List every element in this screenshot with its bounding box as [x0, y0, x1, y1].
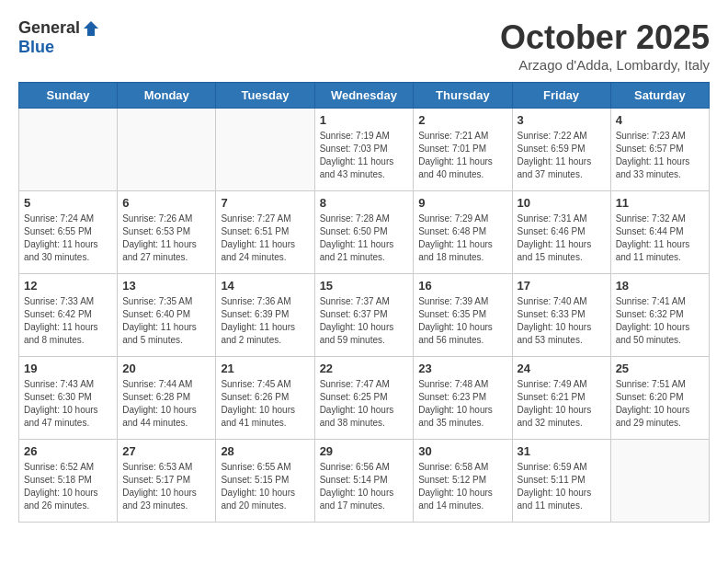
day-number: 7	[221, 196, 309, 210]
calendar-cell: 10Sunrise: 7:31 AM Sunset: 6:46 PM Dayli…	[512, 191, 610, 274]
day-number: 5	[24, 196, 112, 210]
location-subtitle: Arzago d'Adda, Lombardy, Italy	[500, 57, 710, 73]
week-row-3: 12Sunrise: 7:33 AM Sunset: 6:42 PM Dayli…	[19, 274, 710, 357]
day-number: 1	[320, 113, 409, 127]
day-info: Sunrise: 7:35 AM Sunset: 6:40 PM Dayligh…	[122, 295, 210, 347]
calendar-cell: 28Sunrise: 6:55 AM Sunset: 5:15 PM Dayli…	[216, 440, 314, 523]
calendar-cell: 4Sunrise: 7:23 AM Sunset: 6:57 PM Daylig…	[610, 109, 709, 191]
day-info: Sunrise: 7:27 AM Sunset: 6:51 PM Dayligh…	[221, 213, 309, 264]
calendar-cell	[19, 109, 118, 191]
calendar-cell	[216, 109, 314, 191]
day-info: Sunrise: 6:59 AM Sunset: 5:11 PM Dayligh…	[518, 461, 606, 512]
calendar-cell: 12Sunrise: 7:33 AM Sunset: 6:42 PM Dayli…	[19, 274, 118, 357]
day-number: 9	[418, 196, 506, 210]
day-info: Sunrise: 7:40 AM Sunset: 6:33 PM Dayligh…	[518, 295, 606, 347]
week-row-4: 19Sunrise: 7:43 AM Sunset: 6:30 PM Dayli…	[19, 357, 710, 440]
day-number: 17	[518, 279, 606, 293]
day-info: Sunrise: 7:36 AM Sunset: 6:39 PM Dayligh…	[221, 295, 309, 347]
calendar-cell: 16Sunrise: 7:39 AM Sunset: 6:35 PM Dayli…	[414, 274, 512, 357]
calendar-cell: 24Sunrise: 7:49 AM Sunset: 6:21 PM Dayli…	[512, 357, 610, 440]
day-info: Sunrise: 7:41 AM Sunset: 6:32 PM Dayligh…	[616, 295, 704, 347]
day-number: 22	[320, 362, 409, 375]
week-row-5: 26Sunrise: 6:52 AM Sunset: 5:18 PM Dayli…	[19, 440, 710, 523]
day-info: Sunrise: 7:29 AM Sunset: 6:48 PM Dayligh…	[418, 213, 506, 264]
month-title: October 2025	[500, 18, 710, 57]
day-number: 31	[518, 444, 606, 458]
svg-marker-0	[84, 21, 98, 36]
week-row-2: 5Sunrise: 7:24 AM Sunset: 6:55 PM Daylig…	[19, 191, 710, 274]
calendar-cell: 6Sunrise: 7:26 AM Sunset: 6:53 PM Daylig…	[118, 191, 216, 274]
day-info: Sunrise: 6:53 AM Sunset: 5:17 PM Dayligh…	[122, 461, 210, 512]
day-info: Sunrise: 7:49 AM Sunset: 6:21 PM Dayligh…	[518, 378, 606, 430]
title-section: October 2025 Arzago d'Adda, Lombardy, It…	[500, 18, 710, 73]
day-number: 27	[122, 444, 210, 458]
day-number: 12	[24, 279, 112, 293]
day-number: 18	[616, 279, 704, 293]
day-number: 25	[616, 362, 704, 375]
day-number: 24	[518, 362, 606, 375]
day-number: 29	[320, 444, 409, 458]
day-info: Sunrise: 7:51 AM Sunset: 6:20 PM Dayligh…	[616, 378, 704, 430]
day-number: 21	[221, 362, 309, 375]
calendar-cell: 17Sunrise: 7:40 AM Sunset: 6:33 PM Dayli…	[512, 274, 610, 357]
calendar-cell: 15Sunrise: 7:37 AM Sunset: 6:37 PM Dayli…	[314, 274, 414, 357]
calendar-cell: 5Sunrise: 7:24 AM Sunset: 6:55 PM Daylig…	[19, 191, 118, 274]
day-number: 8	[320, 196, 409, 210]
calendar-cell	[118, 109, 216, 191]
day-info: Sunrise: 7:28 AM Sunset: 6:50 PM Dayligh…	[320, 213, 409, 264]
weekday-header-saturday: Saturday	[610, 83, 709, 109]
day-info: Sunrise: 7:44 AM Sunset: 6:28 PM Dayligh…	[122, 378, 210, 430]
day-info: Sunrise: 7:33 AM Sunset: 6:42 PM Dayligh…	[24, 295, 112, 347]
day-info: Sunrise: 6:55 AM Sunset: 5:15 PM Dayligh…	[221, 461, 309, 512]
day-info: Sunrise: 7:24 AM Sunset: 6:55 PM Dayligh…	[24, 213, 112, 264]
weekday-header-monday: Monday	[118, 83, 216, 109]
day-number: 2	[418, 113, 506, 127]
day-info: Sunrise: 6:58 AM Sunset: 5:12 PM Dayligh…	[418, 461, 506, 512]
day-info: Sunrise: 7:21 AM Sunset: 7:01 PM Dayligh…	[418, 130, 506, 181]
day-info: Sunrise: 7:32 AM Sunset: 6:44 PM Dayligh…	[616, 213, 704, 264]
week-row-1: 1Sunrise: 7:19 AM Sunset: 7:03 PM Daylig…	[19, 109, 710, 191]
page-header: General Blue October 2025 Arzago d'Adda,…	[18, 18, 710, 73]
day-number: 6	[122, 196, 210, 210]
calendar-cell: 18Sunrise: 7:41 AM Sunset: 6:32 PM Dayli…	[610, 274, 709, 357]
day-number: 20	[122, 362, 210, 375]
calendar-cell: 21Sunrise: 7:45 AM Sunset: 6:26 PM Dayli…	[216, 357, 314, 440]
calendar-cell: 7Sunrise: 7:27 AM Sunset: 6:51 PM Daylig…	[216, 191, 314, 274]
calendar-cell: 8Sunrise: 7:28 AM Sunset: 6:50 PM Daylig…	[314, 191, 414, 274]
day-number: 3	[518, 113, 606, 127]
day-number: 16	[418, 279, 506, 293]
day-number: 11	[616, 196, 704, 210]
weekday-header-tuesday: Tuesday	[216, 83, 314, 109]
calendar-cell: 22Sunrise: 7:47 AM Sunset: 6:25 PM Dayli…	[314, 357, 414, 440]
day-info: Sunrise: 7:23 AM Sunset: 6:57 PM Dayligh…	[616, 130, 704, 181]
calendar-cell: 27Sunrise: 6:53 AM Sunset: 5:17 PM Dayli…	[118, 440, 216, 523]
calendar-cell: 2Sunrise: 7:21 AM Sunset: 7:01 PM Daylig…	[414, 109, 512, 191]
day-info: Sunrise: 7:39 AM Sunset: 6:35 PM Dayligh…	[418, 295, 506, 347]
day-info: Sunrise: 7:45 AM Sunset: 6:26 PM Dayligh…	[221, 378, 309, 430]
day-number: 4	[616, 113, 704, 127]
day-number: 13	[122, 279, 210, 293]
day-info: Sunrise: 7:31 AM Sunset: 6:46 PM Dayligh…	[518, 213, 606, 264]
weekday-header-friday: Friday	[512, 83, 610, 109]
day-number: 30	[418, 444, 506, 458]
day-info: Sunrise: 6:52 AM Sunset: 5:18 PM Dayligh…	[24, 461, 112, 512]
logo: General Blue	[18, 18, 100, 57]
day-info: Sunrise: 7:48 AM Sunset: 6:23 PM Dayligh…	[418, 378, 506, 430]
calendar-cell	[610, 440, 709, 523]
logo-general-text: General	[18, 18, 80, 38]
calendar-cell: 3Sunrise: 7:22 AM Sunset: 6:59 PM Daylig…	[512, 109, 610, 191]
day-info: Sunrise: 7:43 AM Sunset: 6:30 PM Dayligh…	[24, 378, 112, 430]
weekday-header-thursday: Thursday	[414, 83, 512, 109]
calendar-cell: 9Sunrise: 7:29 AM Sunset: 6:48 PM Daylig…	[414, 191, 512, 274]
day-info: Sunrise: 7:22 AM Sunset: 6:59 PM Dayligh…	[518, 130, 606, 181]
day-info: Sunrise: 6:56 AM Sunset: 5:14 PM Dayligh…	[320, 461, 409, 512]
weekday-header-row: SundayMondayTuesdayWednesdayThursdayFrid…	[19, 83, 710, 109]
day-number: 28	[221, 444, 309, 458]
logo-icon	[82, 19, 100, 38]
weekday-header-sunday: Sunday	[19, 83, 118, 109]
day-info: Sunrise: 7:26 AM Sunset: 6:53 PM Dayligh…	[122, 213, 210, 264]
calendar-cell: 31Sunrise: 6:59 AM Sunset: 5:11 PM Dayli…	[512, 440, 610, 523]
calendar-table: SundayMondayTuesdayWednesdayThursdayFrid…	[18, 82, 710, 523]
day-number: 14	[221, 279, 309, 293]
day-number: 19	[24, 362, 112, 375]
